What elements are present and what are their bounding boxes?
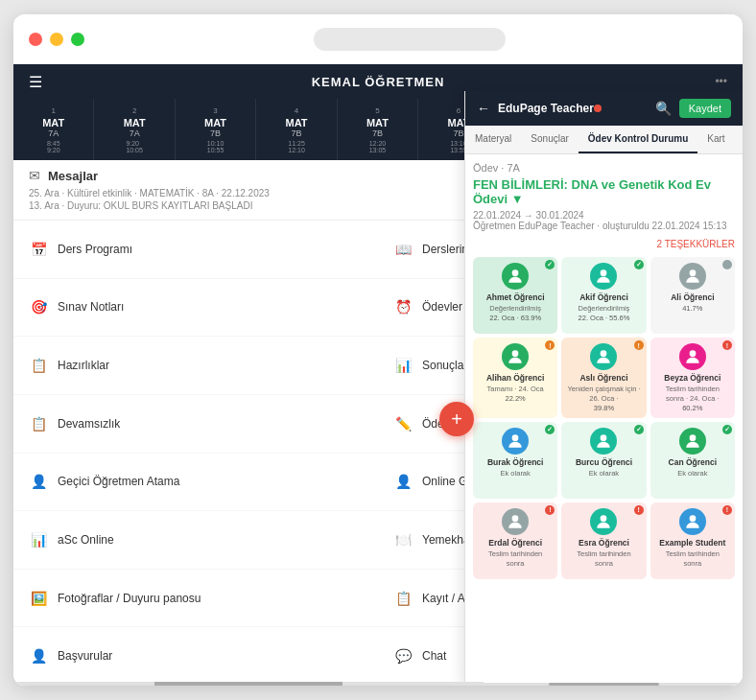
menu-label-chat: Chat [422,649,446,663]
menu-label-sinav-notlari: Sınav Notları [58,300,124,314]
student-name: Aslı Öğrenci [579,373,627,383]
menu-icon-derslerim: 📖 [393,242,413,257]
student-grid: ✓ Ahmet Öğrenci Değerlendirilmiş 22. Oca… [473,257,735,579]
student-avatar [679,428,706,455]
title-search-bar [314,28,506,51]
student-avatar [590,343,617,370]
student-card[interactable]: ! Alihan Öğrenci Tamamı · 24. Oca 22.2% [473,338,557,418]
student-percent: 60.2% [682,404,702,412]
schedule-cell-1[interactable]: 1 MAT 7A 8:459:20 [13,99,94,160]
panel-title: EduPage Teacher [498,102,648,115]
time-range: 9:2010:05 [126,140,143,153]
class-name: 7B [453,128,463,138]
menu-item-gecici-ogretmen[interactable]: 👤 Geçici Öğretmen Atama [13,454,378,512]
svg-point-8 [689,434,696,441]
student-status: Ek olarak [589,469,619,478]
student-card[interactable]: ✓ Akif Öğrenci Değerlendirilmiş 22. Oca … [561,257,646,334]
fab-add-button[interactable]: + [439,402,474,436]
back-button[interactable]: ← [477,101,490,116]
student-avatar [590,428,617,455]
student-avatar [590,263,617,290]
student-card[interactable]: Ali Öğrenci 41.7% [650,257,735,334]
menu-item-devamsizlik[interactable]: 📋 Devamsızlık [13,395,378,454]
student-card[interactable]: ! Erdal Öğrenci Teslim tarihinden sonra [473,502,557,579]
menu-icon-ders-programi: 📅 [29,242,48,257]
tab-materyal[interactable]: Materyal [465,126,521,153]
svg-point-6 [512,434,519,441]
dots-icon[interactable]: ••• [715,75,727,88]
menu-item-sinav-notlari[interactable]: 🎯 Sınav Notları [13,279,378,338]
student-status: Yeniden çalışmak için · 26. Oca · [567,385,640,404]
tab-kart[interactable]: Kart [697,126,734,153]
menu-label-hazirliklar: Hazırlıklar [58,359,109,372]
message-icon: ✉ [29,168,40,183]
student-name: Example Student [659,538,725,548]
menu-item-ders-programi[interactable]: 📅 Ders Programı [13,221,378,279]
period-num: 5 [375,106,379,115]
menu-item-fotograflar[interactable]: 🖼️ Fotoğraflar / Duyuru panosu [13,570,378,628]
time-range: 12:2013:05 [369,140,387,153]
minimize-button[interactable] [50,33,63,46]
svg-point-0 [512,269,519,276]
student-badge: ! [722,505,732,515]
student-card[interactable]: ✓ Ahmet Öğrenci Değerlendirilmiş 22. Oca… [473,257,557,334]
student-name: Burak Öğrenci [487,457,544,467]
student-avatar [679,508,706,535]
student-card[interactable]: ! Esra Öğrenci Teslim tarihinden sonra [561,502,646,579]
menu-item-asc-online[interactable]: 📊 aSc Online [13,511,378,570]
menu-icon-hazirliklar: 📋 [29,358,48,373]
period-num: 1 [51,106,55,115]
maximize-button[interactable] [71,33,84,46]
student-status: Teslim tarihinden sonra · 24. Oca · [656,385,729,404]
hw-title: FEN BİLİMLERİ: DNA ve Genetik Kod Ev Öde… [473,177,735,206]
student-badge: ✓ [722,425,732,434]
messages-title: Mesajlar [48,169,98,183]
schedule-cell-3[interactable]: 3 MAT 7B 10:1010:55 [176,99,256,160]
student-card[interactable]: ! Beyza Öğrenci Teslim tarihinden sonra … [650,338,735,418]
tab-odev-kontrol[interactable]: Ödev Kontrol Durumu [579,126,697,153]
student-avatar [590,508,617,535]
hamburger-icon[interactable]: ☰ [29,73,42,91]
student-badge: ! [545,505,555,515]
student-badge: ✓ [545,425,555,434]
menu-label-fotograflar: Fotoğraflar / Duyuru panosu [58,592,201,605]
student-status: Teslim tarihinden sonra [567,549,640,569]
bottom-scroll-bar [13,682,484,686]
student-name: Esra Öğrenci [579,538,629,548]
hw-teacher: Öğretmen EduPage Teacher · oluşturuldu 2… [473,221,735,231]
menu-icon-gecici-ogretmen: 👤 [29,474,48,489]
svg-point-2 [689,269,696,276]
schedule-cell-2[interactable]: 2 MAT 7A 9:2010:05 [94,99,175,160]
panel-body: Ödev · 7A FEN BİLİMLERİ: DNA ve Genetik … [465,154,743,686]
menu-icon-devamsizlik: 📋 [29,416,48,432]
student-avatar [502,508,529,535]
schedule-cell-4[interactable]: 4 MAT 7B 11:2512:10 [256,99,337,160]
student-percent: 39.8% [594,404,614,412]
menu-item-basvurular[interactable]: 👤 Başvurular [13,627,378,686]
menu-icon-yemekhane: 🍽️ [393,532,413,548]
student-name: Can Öğrenci [669,457,718,467]
panel-search-icon[interactable]: 🔍 [655,101,672,116]
menu-icon-asc-online: 📊 [29,532,48,548]
menu-icon-basvurular: 👤 [29,648,48,664]
homework-info: Ödev · 7A FEN BİLİMLERİ: DNA ve Genetik … [473,162,735,231]
save-button[interactable]: Kaydet [679,99,731,118]
period-num: 6 [457,106,461,115]
schedule-cell-5[interactable]: 5 MAT 7B 12:2013:05 [338,99,418,160]
student-card[interactable]: ! Aslı Öğrenci Yeniden çalışmak için · 2… [561,338,646,418]
student-card[interactable]: ✓ Burcu Öğrenci Ek olarak [561,422,646,499]
svg-point-11 [689,515,696,522]
student-card[interactable]: ! Example Student Teslim tarihinden sonr… [650,502,735,579]
student-card[interactable]: ✓ Burak Öğrenci Ek olarak [473,422,557,499]
student-name: Erdal Öğrenci [488,538,542,548]
time-range: 11:2512:10 [288,140,305,153]
menu-label-asc-online: aSc Online [58,533,114,547]
tab-sonuclar[interactable]: Sonuçlar [521,126,578,153]
menu-item-hazirliklar[interactable]: 📋 Hazırlıklar [13,337,378,395]
class-name: 7B [292,128,302,138]
student-card[interactable]: ✓ Can Öğrenci Ek olarak [650,422,735,499]
close-button[interactable] [29,33,42,46]
student-status: Ek olarak [501,469,531,478]
student-percent: 22. Oca · 55.6% [579,314,630,322]
menu-icon-odemeler: ✏️ [393,416,413,432]
